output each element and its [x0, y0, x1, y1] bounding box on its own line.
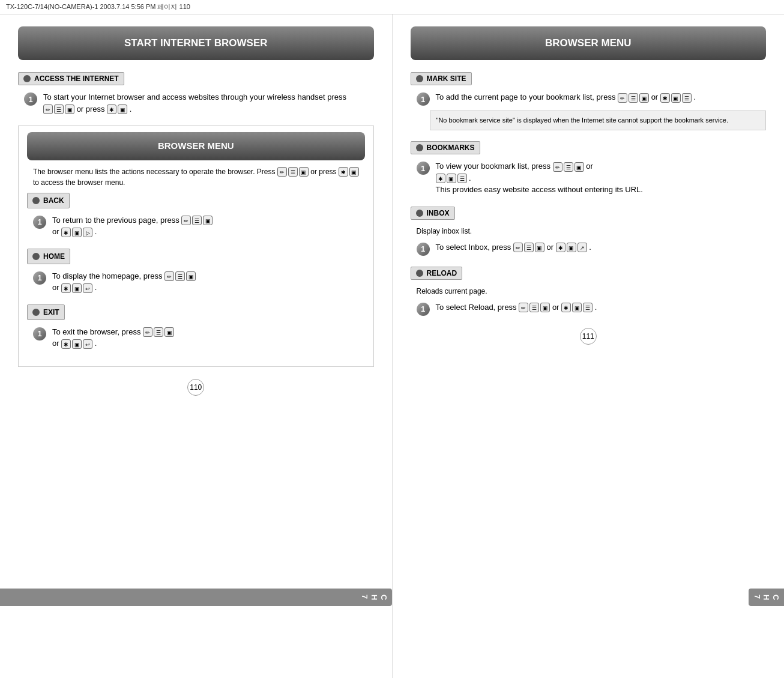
exit-step-num: 1	[33, 327, 46, 341]
key-icon-pen: ✏	[43, 104, 53, 114]
bookmarks-step1: 1 To view your bookmark list, press ✏ ☰ …	[411, 160, 767, 196]
key-icons-exit2: ✱ ▣ ↩	[61, 339, 92, 349]
home-step-text: To display the homepage, press ✏ ☰ ▣ or …	[52, 270, 365, 294]
key-icon-menu: ☰	[54, 104, 64, 114]
key-icons-mark2: ✱ ▣ ☰	[660, 93, 692, 103]
bullet-dot-back	[32, 197, 40, 204]
bm-step-text: To view your bookmark list, press ✏ ☰ ▣ …	[436, 160, 767, 196]
bullet-dot-exit	[32, 309, 40, 316]
mark-site-step-text: To add the current page to your bookmark…	[436, 91, 767, 103]
key-icons-inbox1: ✏ ☰ ▣	[513, 243, 544, 252]
key-icons-inbox2: ✱ ▣ ↗	[556, 243, 587, 252]
back-step1: 1 To return to the previous page, press …	[27, 214, 365, 238]
start-internet-browser-header: START INTERNET BROWSER	[18, 26, 374, 60]
inbox-desc: Display inbox list.	[411, 226, 767, 237]
bullet-dot	[23, 75, 31, 82]
ch-tab-left: CH7	[0, 589, 392, 606]
key-icons-exit1: ✏ ☰ ▣	[143, 327, 174, 337]
left-page: START INTERNET BROWSER ACCESS THE INTERN…	[0, 14, 393, 678]
bullet-dot-home	[32, 253, 40, 260]
bookmarks-label: BOOKMARKS	[411, 141, 480, 154]
reload-label: RELOAD	[411, 267, 463, 280]
bm-step-num: 1	[417, 162, 430, 175]
page-num-right: 111	[580, 328, 597, 345]
bullet-dot-inbox	[416, 210, 423, 217]
mark-site-info: "No bookmark service site" is displayed …	[430, 110, 767, 130]
key-icon-star: ✱	[107, 104, 116, 114]
exit-label: EXIT	[27, 304, 65, 320]
pages-container: START INTERNET BROWSER ACCESS THE INTERN…	[0, 14, 784, 678]
step-num-1: 1	[24, 92, 37, 106]
inbox-step-text: To select Inbox, press ✏ ☰ ▣ or ✱ ▣ ↗ .	[436, 241, 767, 253]
mark-site-section: MARK SITE 1 To add the current page to y…	[411, 72, 767, 130]
key-icons-1: ✏ ☰ ▣	[43, 104, 74, 114]
key-icon-nav2: ▣	[118, 104, 127, 114]
key-icons-2: ✱ ▣	[107, 104, 127, 114]
back-label: BACK	[27, 193, 70, 208]
key-icons-mark1: ✏ ☰ ▣	[618, 93, 649, 103]
key-icons-home2: ✱ ▣ ↩	[61, 283, 92, 293]
access-internet-section: ACCESS THE INTERNET 1 To start your Inte…	[18, 72, 374, 115]
bookmarks-section: BOOKMARKS 1 To view your bookmark list, …	[411, 141, 767, 196]
back-section: BACK 1 To return to the previous page, p…	[27, 193, 365, 238]
reload-step1: 1 To select Reload, press ✏ ☰ ▣ or ✱ ▣ ☰	[411, 301, 767, 316]
inbox-step1: 1 To select Inbox, press ✏ ☰ ▣ or ✱ ▣ ↗	[411, 241, 767, 256]
access-internet-step1-text: To start your Internet browser and acces…	[43, 91, 374, 115]
exit-step-text: To exit the browser, press ✏ ☰ ▣ or ✱ ▣ …	[52, 326, 365, 350]
exit-section: EXIT 1 To exit the browser, press ✏ ☰ ▣	[27, 304, 365, 350]
home-section: HOME 1 To display the homepage, press ✏ …	[27, 249, 365, 294]
bullet-dot-reload	[416, 270, 423, 277]
mark-site-step1: 1 To add the current page to your bookma…	[411, 91, 767, 106]
access-internet-label: ACCESS THE INTERNET	[18, 72, 124, 85]
mark-site-label: MARK SITE	[411, 72, 472, 85]
browser-menu-header-right: BROWSER MENU	[411, 26, 767, 60]
inbox-label: INBOX	[411, 207, 455, 220]
key-icon-star2: ✱	[339, 167, 348, 177]
right-page: BROWSER MENU MARK SITE 1 To add the curr…	[393, 14, 785, 678]
bullet-dot-mark	[416, 75, 423, 82]
top-bar-text: TX-120C-7/14(NO-CAMERA)-1 2003.7.14 5:56…	[6, 3, 190, 10]
key-icon-pen2: ✏	[277, 167, 287, 177]
reload-step-num: 1	[417, 303, 430, 316]
key-icons-4: ✱ ▣	[339, 167, 359, 177]
inbox-section: INBOX Display inbox list. 1 To select In…	[411, 207, 767, 256]
key-icon-nav3: ▣	[299, 167, 309, 177]
key-icon-nav4: ▣	[349, 167, 359, 177]
browser-menu-inner-header: BROWSER MENU	[27, 132, 365, 160]
reload-desc: Reloads current page.	[411, 286, 767, 297]
mark-site-step-num: 1	[417, 92, 430, 106]
key-icons-back1: ✏ ☰ ▣	[181, 216, 213, 225]
inbox-step-num: 1	[417, 243, 430, 256]
home-label: HOME	[27, 249, 70, 264]
key-icons-bm2: ✱ ▣ ☰	[436, 174, 467, 183]
key-icons-back2: ✱ ▣ ▷	[61, 228, 92, 237]
home-step-num: 1	[33, 271, 46, 285]
key-icons-reload1: ✏ ☰ ▣	[519, 303, 550, 312]
browser-menu-inner-box: BROWSER MENU The browser menu lists the …	[18, 126, 374, 367]
ch-tab-right: CH7	[749, 589, 784, 606]
key-icons-home1: ✏ ☰ ▣	[164, 271, 196, 281]
exit-step1: 1 To exit the browser, press ✏ ☰ ▣ or ✱	[27, 326, 365, 350]
browser-menu-desc: The browser menu lists the actions neces…	[27, 166, 365, 188]
bullet-dot-bm	[416, 144, 423, 151]
back-step-num: 1	[33, 216, 46, 229]
key-icons-reload2: ✱ ▣ ☰	[561, 303, 593, 312]
reload-section: RELOAD Reloads current page. 1 To select…	[411, 267, 767, 316]
page-num-left: 110	[187, 379, 204, 396]
top-bar: TX-120C-7/14(NO-CAMERA)-1 2003.7.14 5:56…	[0, 0, 784, 14]
key-icons-3: ✏ ☰ ▣	[277, 167, 309, 177]
home-step1: 1 To display the homepage, press ✏ ☰ ▣ o…	[27, 270, 365, 294]
back-step-text: To return to the previous page, press ✏ …	[52, 214, 365, 238]
access-internet-step1: 1 To start your Internet browser and acc…	[18, 91, 374, 115]
key-icons-bm1: ✏ ☰ ▣	[553, 162, 584, 172]
reload-step-text: To select Reload, press ✏ ☰ ▣ or ✱ ▣ ☰ .	[436, 301, 767, 313]
key-icon-nav: ▣	[65, 104, 74, 114]
key-icon-menu2: ☰	[288, 167, 298, 177]
